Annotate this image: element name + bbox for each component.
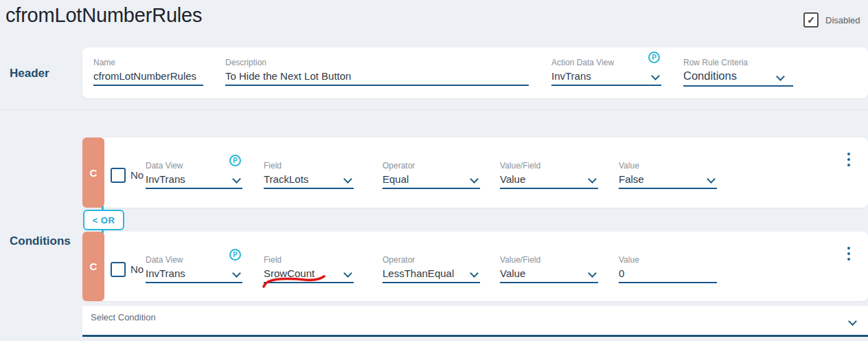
name-field-label: Name	[93, 58, 203, 67]
data-view-dropdown[interactable]: P Data View InvTrans	[146, 161, 242, 189]
field-label: Field	[264, 255, 354, 265]
chevron-down-icon[interactable]	[588, 175, 597, 184]
operator-label: Operator	[382, 161, 480, 170]
data-view-value: InvTrans	[146, 267, 185, 279]
not-checkbox[interactable]	[111, 168, 126, 183]
red-underline-annotation	[260, 272, 331, 290]
action-data-view-value: InvTrans	[551, 70, 591, 82]
or-button[interactable]: < OR	[83, 210, 124, 230]
operator-label: Operator	[382, 255, 480, 265]
action-data-view-label: Action Data View	[551, 58, 661, 67]
row-rule-criteria-value: Conditions	[683, 69, 737, 82]
checkmark-icon: ✓	[807, 15, 815, 25]
name-field-value: cfromLotNumberRules	[93, 70, 196, 82]
field-dropdown[interactable]: Field TrackLots	[264, 161, 354, 189]
value-field-dropdown[interactable]: Value/Field Value	[500, 161, 598, 189]
header-section-label: Header	[10, 67, 49, 80]
operator-dropdown[interactable]: Operator LessThanEqual	[382, 255, 480, 283]
row-rule-criteria-label: Row Rule Criteria	[683, 58, 793, 67]
value-field-dropdown[interactable]: Value/Field Value	[500, 255, 598, 283]
disabled-label: Disabled	[825, 15, 860, 25]
value-value: False	[619, 173, 644, 185]
select-condition-dropdown[interactable]: Select Condition	[82, 306, 868, 337]
condition-tab[interactable]: C	[82, 232, 104, 301]
not-label: No	[130, 263, 144, 275]
not-label: No	[130, 169, 144, 181]
operator-value: LessThanEqual	[382, 267, 454, 279]
parameter-badge-icon: P	[229, 249, 241, 261]
chevron-down-icon[interactable]	[470, 175, 479, 184]
description-field[interactable]: Description To Hide the Next Lot Button	[225, 58, 529, 86]
chevron-down-icon[interactable]	[651, 72, 660, 80]
field-label: Field	[264, 161, 354, 170]
row-menu-kebab-icon[interactable]	[847, 247, 850, 261]
data-view-dropdown[interactable]: P Data View InvTrans	[146, 255, 242, 283]
value-field-label: Value/Field	[500, 255, 598, 265]
value-dropdown[interactable]: Value False	[619, 161, 717, 189]
data-view-label: Data View	[146, 161, 242, 170]
field-value: TrackLots	[264, 173, 308, 185]
select-condition-label: Select Condition	[91, 312, 156, 322]
disabled-checkbox[interactable]: ✓	[803, 12, 819, 28]
condition-tab[interactable]: C	[82, 138, 104, 208]
description-field-value: To Hide the Next Lot Button	[225, 70, 351, 82]
condition-tab-letter: C	[90, 261, 98, 272]
section-divider	[0, 109, 868, 110]
not-checkbox[interactable]	[111, 262, 126, 277]
chevron-down-icon[interactable]	[848, 317, 857, 326]
description-field-label: Description	[225, 58, 529, 67]
chevron-down-icon[interactable]	[232, 175, 241, 184]
value-value: 0	[619, 267, 624, 279]
value-input[interactable]: Value 0	[619, 255, 717, 283]
chevron-down-icon[interactable]	[707, 175, 716, 184]
chevron-down-icon[interactable]	[588, 269, 597, 278]
chevron-down-icon[interactable]	[776, 72, 785, 81]
chevron-down-icon[interactable]	[470, 269, 479, 278]
name-field[interactable]: Name cfromLotNumberRules	[93, 58, 203, 86]
parameter-badge-icon: P	[648, 52, 660, 63]
value-field-value: Value	[500, 267, 525, 279]
value-label: Value	[619, 161, 717, 170]
rules-editor-page: cfromLotNumberRules ✓ Disabled Header Na…	[0, 0, 868, 341]
condition-tab-letter: C	[90, 167, 98, 179]
value-field-value: Value	[500, 173, 525, 185]
value-field-label: Value/Field	[500, 161, 598, 170]
row-rule-criteria-dropdown[interactable]: Row Rule Criteria Conditions	[683, 58, 793, 87]
page-title: cfromLotNumberRules	[5, 4, 202, 27]
chevron-down-icon[interactable]	[343, 175, 352, 184]
operator-value: Equal	[382, 173, 409, 185]
data-view-label: Data View	[146, 255, 242, 265]
parameter-badge-icon: P	[229, 155, 241, 166]
chevron-down-icon[interactable]	[343, 269, 352, 278]
action-data-view-dropdown[interactable]: P Action Data View InvTrans	[551, 58, 661, 86]
operator-dropdown[interactable]: Operator Equal	[382, 161, 480, 189]
row-menu-kebab-icon[interactable]	[847, 153, 850, 166]
data-view-value: InvTrans	[146, 173, 185, 185]
disabled-toggle[interactable]: ✓ Disabled	[803, 12, 860, 28]
conditions-section-label: Conditions	[10, 234, 71, 248]
chevron-down-icon[interactable]	[232, 269, 241, 278]
value-label: Value	[619, 255, 717, 265]
